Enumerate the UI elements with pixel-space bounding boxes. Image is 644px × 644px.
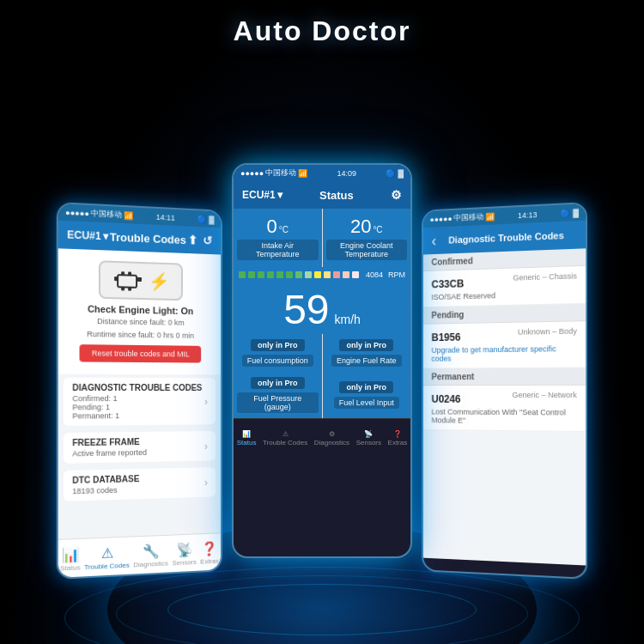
dtc-upgrade-b1956: Upgrade to get manufacturer specific cod… <box>431 344 576 363</box>
pro-cell-fuel-rate: only in Pro Engine Fuel Rate <box>323 334 411 372</box>
dtc-db-label: DTC DATABASE <box>72 474 139 485</box>
seg-10 <box>324 271 331 278</box>
svg-rect-1 <box>121 271 125 276</box>
tab-extras-center[interactable]: ❓ Extras <box>388 430 408 447</box>
tab-sensors-left[interactable]: 📡 Sensors <box>172 541 196 567</box>
dtc-type-u0246: Generic – Network <box>512 391 576 399</box>
pro-grid-1: only in Pro Fuel consumption only in Pro… <box>234 334 410 372</box>
dtc-desc-c33cb: ISO/SAE Reserved <box>431 289 576 301</box>
svg-rect-5 <box>121 287 125 290</box>
dtc-db-card[interactable]: DTC DATABASE 18193 codes › <box>64 467 216 501</box>
seg-9 <box>314 271 321 278</box>
sensors-icon-left: 📡 <box>176 542 192 559</box>
nav-title-right: Diagnostic Trouble Codes <box>436 229 577 246</box>
pro-badge-fuel-consumption: only in Pro <box>251 339 305 351</box>
share-icon-left[interactable]: ⬆ <box>188 233 198 246</box>
phones-container: ●●●●● 中国移动 📶 14:11 🔵 ▓ ECU#1 ▾ Trouble C… <box>0 180 644 575</box>
center-tab-bar: 📊 Status ⚠ Trouble Codes ⚙ Diagnostics 📡… <box>234 418 410 456</box>
freeze-chevron: › <box>204 440 208 453</box>
freeze-frame-card[interactable]: FREEZE FRAME Active frame reported › <box>64 431 216 464</box>
tab-trouble-label-left: Trouble Codes <box>84 562 130 572</box>
seg-2 <box>248 271 255 278</box>
tab-sensors-label-left: Sensors <box>172 558 196 567</box>
seg-8 <box>305 271 312 278</box>
battery-icon-left: ▓ <box>209 215 214 223</box>
status-tab-icon-center: 📊 <box>242 430 251 438</box>
wifi-icon-center: 📶 <box>298 169 307 178</box>
time-center: 14:09 <box>337 169 357 178</box>
tab-extras-left[interactable]: ❓ Extras <box>200 540 219 565</box>
distance-fault: Distance since fault: 0 km <box>97 316 185 328</box>
tab-trouble-center[interactable]: ⚠ Trouble Codes <box>263 430 307 447</box>
ect-unit: °C <box>373 225 382 234</box>
pro-grid-2: only in Pro Fuel Pressure (gauge) only i… <box>234 372 410 418</box>
trouble-icon-left: ⚠ <box>101 544 113 562</box>
pro-badge-fuel-level: only in Pro <box>339 381 393 393</box>
seg-13 <box>352 271 359 278</box>
ecu-selector-center[interactable]: ECU#1 ▾ <box>242 189 283 201</box>
dtc-section-card[interactable]: DIAGNOSTIC TROUBLE CODES Confirmed: 1 Pe… <box>64 378 216 426</box>
svg-rect-4 <box>114 276 118 281</box>
seg-12 <box>343 271 349 278</box>
tab-status-left[interactable]: 📊 Status <box>60 546 80 573</box>
pro-badge-fuel-pressure: only in Pro <box>251 377 305 389</box>
reset-button[interactable]: Reset trouble codes and MIL <box>79 344 201 362</box>
speed-value: 59 <box>283 289 329 331</box>
engine-svg <box>112 268 145 293</box>
settings-icon-center[interactable]: ⚙ <box>391 188 402 202</box>
ecu-selector-left[interactable]: ECU#1 ▾ <box>67 228 108 242</box>
sensor-cell-ect: 20 °C Engine Coolant Temperature <box>323 209 411 267</box>
tab-bar-left: 📊 Status ⚠ Trouble Codes 🔧 Diagnostics 📡… <box>58 532 221 577</box>
dtc-row-b1956: B1956 Unknown – Body Upgrade to get manu… <box>423 321 586 368</box>
check-engine-title: Check Engine Light: On <box>88 304 193 317</box>
tab-status-center[interactable]: 📊 Status <box>237 430 257 447</box>
seg-4 <box>267 271 274 278</box>
sensors-tab-icon-center: 📡 <box>364 430 373 438</box>
dtc-type-c33cb: Generic – Chassis <box>513 271 576 282</box>
tab-sensors-center[interactable]: 📡 Sensors <box>356 430 381 447</box>
seg-1 <box>239 271 246 278</box>
tab-trouble-codes-left[interactable]: ⚠ Trouble Codes <box>84 544 130 572</box>
seg-11 <box>333 271 340 278</box>
extras-tab-icon-center: ❓ <box>393 430 402 438</box>
battery-icon-center: ▓ <box>398 169 404 178</box>
permanent-header: Permanent <box>423 368 586 386</box>
carrier-dots-right: ●●●●● <box>430 214 453 223</box>
sensor-cell-iat: 0 °C Intake Air Temperature <box>234 209 322 267</box>
trouble-tab-label-center: Trouble Codes <box>263 439 307 447</box>
dtc-chevron: › <box>204 396 208 408</box>
runtime-fault: Runtime since fault: 0 hrs 0 min <box>87 329 194 342</box>
dtc-db-chevron: › <box>204 477 208 489</box>
freeze-frame-label: FREEZE FRAME <box>72 437 147 447</box>
dtc-content: Confirmed C33CB Generic – Chassis ISO/SA… <box>423 248 586 565</box>
app-title: Auto Doctor <box>0 15 644 47</box>
time-right: 14:13 <box>518 210 538 220</box>
svg-rect-2 <box>128 272 131 276</box>
battery-icon-right: ▓ <box>573 208 579 217</box>
extras-icon-left: ❓ <box>202 540 218 556</box>
tab-diag-label-left: Diagnostics <box>133 560 168 569</box>
refresh-icon-left[interactable]: ↺ <box>203 234 212 247</box>
dtc-section-label: DIAGNOSTIC TROUBLE CODES <box>72 383 202 392</box>
carrier-name-left: 中国移动 <box>91 208 122 221</box>
tab-diagnostics-left[interactable]: 🔧 Diagnostics <box>133 543 168 569</box>
tab-diag-center[interactable]: ⚙ Diagnostics <box>314 430 349 447</box>
seg-5 <box>276 271 283 278</box>
dtc-code-b1956: B1956 <box>431 331 460 343</box>
dtc-code-u0246: U0246 <box>431 393 460 405</box>
engine-icon: ⚡ <box>99 260 183 301</box>
time-left: 14:11 <box>156 212 175 222</box>
pro-label-fuel-consumption: Fuel consumption <box>242 355 313 367</box>
pro-label-fuel-rate: Engine Fuel Rate <box>331 355 402 367</box>
seg-3 <box>258 271 264 278</box>
iat-unit: °C <box>279 225 289 234</box>
pro-label-fuel-pressure: Fuel Pressure (gauge) <box>237 392 319 413</box>
lightning-overlay: ⚡ <box>149 270 170 292</box>
ect-value: 20 <box>350 216 371 238</box>
svg-rect-6 <box>128 288 131 291</box>
rpm-count: 4084 <box>366 270 383 279</box>
nav-bar-center: ECU#1 ▾ Status ⚙ <box>234 181 410 209</box>
trouble-tab-icon-center: ⚠ <box>283 430 289 438</box>
phone-right: ●●●●● 中国移动 📶 14:13 🔵 ▓ ‹ Diagnostic Trou… <box>422 202 587 580</box>
nav-title-center: Status <box>283 189 391 202</box>
